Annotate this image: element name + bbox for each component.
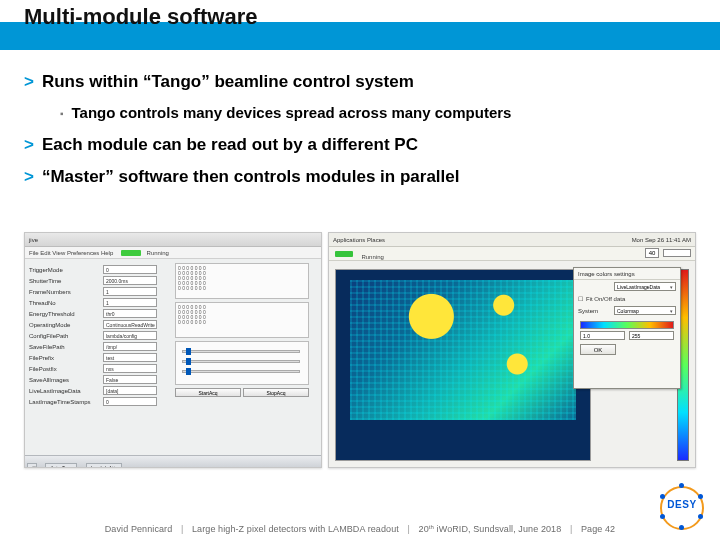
form-field[interactable]: 1 xyxy=(103,298,157,307)
form-field[interactable]: /tmp/ xyxy=(103,342,157,351)
ok-button[interactable]: OK xyxy=(580,344,616,355)
form-field[interactable]: False xyxy=(103,375,157,384)
form-row: TriggerMode0 xyxy=(29,265,169,274)
form-field[interactable]: 2000.0ms xyxy=(103,276,157,285)
form-row: SaveFilePath/tmp/ xyxy=(29,342,169,351)
chevron-right-icon: > xyxy=(24,72,34,92)
form-row: FilePrefixtest xyxy=(29,353,169,362)
status-led-icon xyxy=(335,251,353,257)
form-field[interactable]: nxs xyxy=(103,364,157,373)
bullet-level1: > Runs within “Tango” beamline control s… xyxy=(24,72,696,92)
footer-sep: | xyxy=(408,524,410,534)
form-row: FrameNumbers1 xyxy=(29,287,169,296)
form-row: LastImageTimeStamps0 xyxy=(29,397,169,406)
slide: Multi-module software > Runs within “Tan… xyxy=(0,0,720,540)
image-source-select[interactable]: LiveLastImageData xyxy=(614,282,676,291)
bullet-text: “Master” software then controls modules … xyxy=(42,167,460,187)
form-label: ConfigFilePath xyxy=(29,333,103,339)
colormap-preview xyxy=(580,321,674,329)
taskbar: ⊞ AstorTree LambdaAttr xyxy=(25,455,322,467)
taskbar-item[interactable]: AstorTree xyxy=(45,463,77,468)
chevron-right-icon: > xyxy=(24,167,34,187)
data-matrix-box: 0 0 0 0 0 0 0 0 0 0 0 0 0 0 0 0 0 0 0 0 … xyxy=(175,302,309,338)
progress-meter xyxy=(663,249,691,257)
image-colors-dialog: Image colors settings LiveLastImageData … xyxy=(573,267,681,389)
slide-title: Multi-module software xyxy=(24,4,257,30)
status-led-icon xyxy=(121,250,141,256)
desy-logo: DESY xyxy=(658,484,706,532)
form-label: FrameNumbers xyxy=(29,289,103,295)
threshold-sliders[interactable] xyxy=(175,341,309,385)
start-menu-button[interactable]: ⊞ xyxy=(27,463,37,468)
square-bullet-icon: ▪ xyxy=(60,108,64,121)
bullet-text: Tango controls many devices spread acros… xyxy=(72,104,512,121)
dialog-title: Image colors settings xyxy=(574,268,680,280)
footer-sep: | xyxy=(570,524,572,534)
gnome-top-bar: Applications Places Mon Sep 26 11:41 AM xyxy=(329,233,695,247)
page-number: Page 42 xyxy=(581,524,615,534)
detector-image-panel[interactable] xyxy=(335,269,591,461)
form-label: ThreadNo xyxy=(29,300,103,306)
chevron-right-icon: > xyxy=(24,135,34,155)
form-field[interactable]: thr0 xyxy=(103,309,157,318)
form-field[interactable]: 1 xyxy=(103,287,157,296)
max-spin[interactable]: 255 xyxy=(629,331,674,340)
status-text: Running xyxy=(361,254,383,260)
form-label: LastImageTimeStamps xyxy=(29,399,103,405)
pcb-heatmap xyxy=(350,280,576,420)
bullet-list: > Runs within “Tango” beamline control s… xyxy=(24,72,696,199)
form-label: OperatingMode xyxy=(29,322,103,328)
form-row: FilePostfixnxs xyxy=(29,364,169,373)
form-label: TriggerMode xyxy=(29,267,103,273)
form-field[interactable]: lambda/config xyxy=(103,331,157,340)
form-label: FilePostfix xyxy=(29,366,103,372)
viewer-toolbar: Running 40 xyxy=(329,247,695,261)
jive-titlebar: jive xyxy=(25,233,321,247)
logo-text: DESY xyxy=(658,499,706,510)
jive-menubar: File Edit View Preferences Help Running xyxy=(25,247,321,259)
start-acq-button[interactable]: StartAcq xyxy=(175,388,241,397)
bullet-text: Runs within “Tango” beamline control sys… xyxy=(42,72,414,92)
form-label: SaveAllImages xyxy=(29,377,103,383)
stop-acq-button[interactable]: StopAcq xyxy=(243,388,309,397)
slide-footer: David Pennicard | Large high-Z pixel det… xyxy=(0,524,720,534)
form-row: SaveAllImagesFalse xyxy=(29,375,169,384)
form-label: LiveLastImageData xyxy=(29,388,103,394)
form-label: ShutterTime xyxy=(29,278,103,284)
menubar-text[interactable]: File Edit View Preferences Help xyxy=(29,250,113,256)
colormap-select[interactable]: Colormap xyxy=(614,306,676,315)
data-matrix-box: 0 0 0 0 0 0 0 0 0 0 0 0 0 0 0 0 0 0 0 0 … xyxy=(175,263,309,299)
form-field[interactable]: 0 xyxy=(103,397,157,406)
form-row: LiveLastImageData[data] xyxy=(29,386,169,395)
form-field[interactable]: test xyxy=(103,353,157,362)
author-text: David Pennicard xyxy=(105,524,173,534)
conference-text: 20th iWoRID, Sundsvall, June 2018 xyxy=(419,524,562,534)
footer-sep: | xyxy=(181,524,183,534)
attribute-form: TriggerMode0 ShutterTime2000.0ms FrameNu… xyxy=(29,265,169,408)
screenshots-row: jive File Edit View Preferences Help Run… xyxy=(24,232,696,474)
form-label: FilePrefix xyxy=(29,355,103,361)
form-field[interactable]: ContinuousReadWrite xyxy=(103,320,157,329)
system-label: System xyxy=(578,308,598,314)
form-field[interactable]: [data] xyxy=(103,386,157,395)
form-field[interactable]: 0 xyxy=(103,265,157,274)
checkbox-label: ☐ xyxy=(578,295,583,302)
bullet-text: Each module can be read out by a differe… xyxy=(42,135,418,155)
clock-text: Mon Sep 26 11:41 AM xyxy=(632,233,691,247)
bullet-level1: > “Master” software then controls module… xyxy=(24,167,696,187)
bullet-level1: > Each module can be read out by a diffe… xyxy=(24,135,696,155)
form-row: ShutterTime2000.0ms xyxy=(29,276,169,285)
fit-option-label[interactable]: Fit On/Off data xyxy=(586,296,625,302)
side-boxes: 0 0 0 0 0 0 0 0 0 0 0 0 0 0 0 0 0 0 0 0 … xyxy=(175,263,309,397)
form-label: EnergyThreshold xyxy=(29,311,103,317)
image-viewer-window: Applications Places Mon Sep 26 11:41 AM … xyxy=(328,232,696,468)
taskbar-item[interactable]: LambdaAttr xyxy=(86,463,122,468)
min-spin[interactable]: 1.0 xyxy=(580,331,625,340)
form-row: ConfigFilePathlambda/config xyxy=(29,331,169,340)
menubar-text[interactable]: Applications Places xyxy=(333,237,385,243)
bullet-level2: ▪ Tango controls many devices spread acr… xyxy=(60,104,696,121)
talk-title: Large high-Z pixel detectors with LAMBDA… xyxy=(192,524,399,534)
form-label: SaveFilePath xyxy=(29,344,103,350)
form-row: OperatingModeContinuousReadWrite xyxy=(29,320,169,329)
frame-count-badge: 40 xyxy=(645,248,659,258)
